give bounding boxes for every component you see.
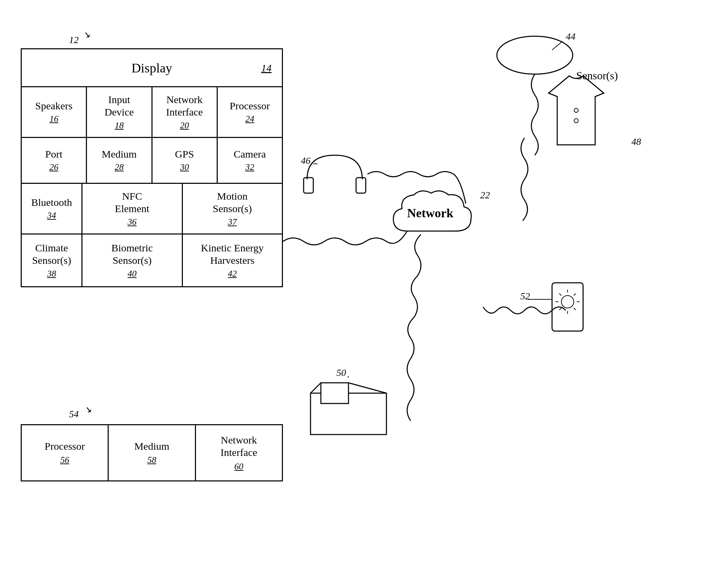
cell-speakers-label: Speakers	[35, 100, 72, 112]
svg-text:48: 48	[631, 136, 641, 147]
cell-motion-sensor-num: 37	[228, 217, 237, 227]
cell-climate-sensor-label: ClimateSensor(s)	[32, 242, 71, 267]
svg-text:50: 50	[336, 367, 346, 378]
svg-line-27	[311, 383, 321, 393]
cell-medium-28-label: Medium	[102, 148, 137, 160]
svg-text:Sensor(s): Sensor(s)	[576, 69, 618, 82]
svg-text:22: 22	[480, 190, 490, 200]
svg-rect-26	[321, 383, 348, 403]
cell-bluetooth: Bluetooth 34	[22, 184, 82, 233]
cell-nfc-num: 36	[128, 217, 137, 227]
display-label: Display	[131, 60, 172, 76]
diagram-svg: 44 Sensor(s) 48 46	[283, 21, 714, 566]
cell-network-interface-20-label: NetworkInterface	[166, 93, 203, 118]
svg-text:Network: Network	[407, 206, 453, 220]
svg-point-6	[574, 119, 578, 123]
row-3: Bluetooth 34 NFCElement 36 MotionSensor(…	[22, 184, 282, 235]
svg-rect-10	[356, 178, 366, 193]
cell-medium-58: Medium 58	[109, 425, 196, 480]
cell-network-interface-20-num: 20	[180, 120, 189, 131]
cell-gps-label: GPS	[175, 148, 194, 160]
cell-input-device: InputDevice 18	[87, 87, 152, 137]
cell-biometric-sensor: BiometricSensor(s) 40	[82, 235, 183, 286]
display-row: Display 14	[22, 49, 282, 87]
cell-speakers: Speakers 16	[22, 87, 87, 137]
page: 12 ↘ Display 14 Speakers 16 InputDevice …	[0, 0, 728, 578]
cell-network-interface-20: NetworkInterface 20	[153, 87, 218, 137]
cell-motion-sensor: MotionSensor(s) 37	[183, 184, 282, 233]
cell-biometric-sensor-num: 40	[128, 269, 137, 279]
cell-kinetic-energy-num: 42	[228, 269, 237, 279]
cell-biometric-sensor-label: BiometricSensor(s)	[111, 242, 153, 267]
cell-speakers-num: 16	[49, 114, 58, 124]
device-54-box: Processor 56 Medium 58 NetworkInterface …	[21, 424, 283, 481]
cell-medium-28-num: 28	[115, 162, 124, 172]
svg-text:46: 46	[301, 155, 311, 166]
cell-medium-58-label: Medium	[134, 440, 169, 452]
svg-text:52: 52	[520, 291, 530, 301]
cell-motion-sensor-label: MotionSensor(s)	[213, 190, 252, 215]
svg-line-28	[348, 383, 386, 393]
row-1: Speakers 16 InputDevice 18 NetworkInterf…	[22, 87, 282, 138]
svg-line-30	[348, 376, 348, 378]
cell-climate-sensor-num: 38	[47, 269, 56, 279]
cell-medium-58-num: 58	[147, 455, 156, 465]
cell-climate-sensor: ClimateSensor(s) 38	[22, 235, 82, 286]
row-54: Processor 56 Medium 58 NetworkInterface …	[22, 425, 282, 480]
svg-point-5	[574, 108, 578, 112]
cell-nfc: NFCElement 36	[82, 184, 183, 233]
cell-network-interface-60: NetworkInterface 60	[196, 425, 282, 480]
cell-network-interface-60-label: NetworkInterface	[220, 434, 257, 459]
svg-point-2	[497, 36, 573, 74]
cell-nfc-label: NFCElement	[115, 190, 149, 215]
cell-bluetooth-label: Bluetooth	[31, 197, 72, 208]
cell-kinetic-energy-label: Kinetic EnergyHarvesters	[201, 242, 264, 267]
arrow-54: ↘	[84, 404, 92, 415]
cell-processor-24-label: Processor	[230, 100, 270, 112]
row-2: Port 26 Medium 28 GPS 30 Camera 32	[22, 138, 282, 184]
cell-camera-label: Camera	[234, 148, 266, 160]
cell-processor-56-label: Processor	[45, 440, 85, 452]
svg-rect-9	[304, 178, 313, 193]
cell-input-device-label: InputDevice	[105, 93, 134, 118]
svg-line-1	[552, 41, 562, 50]
cell-port-num: 26	[49, 162, 58, 172]
cell-input-device-num: 18	[115, 120, 124, 131]
cell-processor-24: Processor 24	[218, 87, 282, 137]
cell-camera: Camera 32	[218, 138, 282, 183]
cell-network-interface-60-num: 60	[234, 461, 243, 472]
label-54: 54	[69, 409, 79, 420]
device-12-box: Display 14 Speakers 16 InputDevice 18 Ne…	[21, 48, 283, 287]
cell-port-label: Port	[45, 148, 62, 160]
cell-port: Port 26	[22, 138, 87, 183]
cell-gps: GPS 30	[153, 138, 218, 183]
cell-gps-num: 30	[180, 162, 189, 172]
cell-medium-28: Medium 28	[87, 138, 152, 183]
cell-processor-56-num: 56	[60, 455, 69, 465]
svg-text:44: 44	[566, 31, 575, 42]
cell-processor-56: Processor 56	[22, 425, 109, 480]
cell-processor-24-num: 24	[245, 114, 254, 124]
cell-bluetooth-num: 34	[47, 210, 56, 221]
cell-kinetic-energy: Kinetic EnergyHarvesters 42	[183, 235, 282, 286]
label-12: 12	[69, 34, 79, 46]
arrow-12: ↘	[83, 29, 90, 40]
row-4: ClimateSensor(s) 38 BiometricSensor(s) 4…	[22, 235, 282, 286]
display-num: 14	[261, 62, 272, 74]
cell-camera-num: 32	[245, 162, 254, 172]
